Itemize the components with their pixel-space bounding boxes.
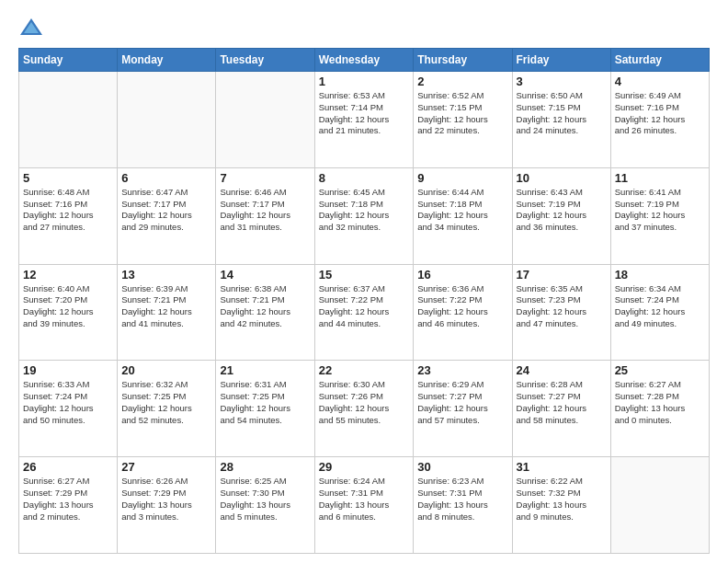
day-info: Sunrise: 6:23 AM Sunset: 7:31 PM Dayligh… [417, 476, 507, 523]
day-info: Sunrise: 6:39 AM Sunset: 7:21 PM Dayligh… [121, 283, 211, 330]
calendar-cell: 9Sunrise: 6:44 AM Sunset: 7:18 PM Daylig… [414, 167, 512, 264]
calendar-cell [19, 72, 118, 168]
day-number: 15 [319, 268, 410, 282]
day-number: 22 [319, 363, 410, 377]
day-info: Sunrise: 6:35 AM Sunset: 7:23 PM Dayligh… [517, 283, 607, 330]
calendar-cell: 23Sunrise: 6:29 AM Sunset: 7:27 PM Dayli… [414, 361, 512, 457]
calendar-cell: 25Sunrise: 6:27 AM Sunset: 7:28 PM Dayli… [610, 361, 709, 457]
calendar-cell: 10Sunrise: 6:43 AM Sunset: 7:19 PM Dayli… [512, 167, 610, 264]
day-number: 26 [23, 460, 113, 474]
calendar-cell: 13Sunrise: 6:39 AM Sunset: 7:21 PM Dayli… [118, 264, 216, 361]
day-number: 1 [319, 75, 410, 88]
col-header-saturday: Saturday [610, 49, 709, 72]
day-number: 27 [121, 460, 211, 474]
day-info: Sunrise: 6:38 AM Sunset: 7:21 PM Dayligh… [220, 283, 310, 330]
day-number: 17 [517, 268, 607, 282]
week-row-2: 12Sunrise: 6:40 AM Sunset: 7:20 PM Dayli… [19, 264, 710, 361]
day-number: 3 [517, 75, 607, 88]
week-row-3: 19Sunrise: 6:33 AM Sunset: 7:24 PM Dayli… [19, 361, 710, 457]
calendar-cell: 30Sunrise: 6:23 AM Sunset: 7:31 PM Dayli… [414, 457, 512, 554]
day-info: Sunrise: 6:33 AM Sunset: 7:24 PM Dayligh… [23, 379, 113, 426]
day-info: Sunrise: 6:30 AM Sunset: 7:26 PM Dayligh… [319, 379, 410, 426]
calendar-cell [216, 72, 314, 168]
day-number: 8 [319, 171, 410, 185]
day-number: 12 [23, 268, 113, 282]
calendar-cell: 19Sunrise: 6:33 AM Sunset: 7:24 PM Dayli… [19, 361, 118, 457]
day-info: Sunrise: 6:28 AM Sunset: 7:27 PM Dayligh… [517, 379, 607, 426]
calendar-cell: 8Sunrise: 6:45 AM Sunset: 7:18 PM Daylig… [314, 167, 414, 264]
day-info: Sunrise: 6:47 AM Sunset: 7:17 PM Dayligh… [121, 187, 211, 234]
calendar-cell: 12Sunrise: 6:40 AM Sunset: 7:20 PM Dayli… [19, 264, 118, 361]
day-info: Sunrise: 6:27 AM Sunset: 7:29 PM Dayligh… [23, 476, 113, 523]
calendar-cell: 5Sunrise: 6:48 AM Sunset: 7:16 PM Daylig… [19, 167, 118, 264]
day-number: 7 [220, 171, 310, 185]
calendar-cell: 24Sunrise: 6:28 AM Sunset: 7:27 PM Dayli… [512, 361, 610, 457]
day-info: Sunrise: 6:27 AM Sunset: 7:28 PM Dayligh… [615, 379, 705, 426]
col-header-sunday: Sunday [19, 49, 118, 72]
calendar-header-row: SundayMondayTuesdayWednesdayThursdayFrid… [19, 49, 710, 72]
calendar-cell: 16Sunrise: 6:36 AM Sunset: 7:22 PM Dayli… [414, 264, 512, 361]
day-number: 31 [517, 460, 607, 474]
day-info: Sunrise: 6:24 AM Sunset: 7:31 PM Dayligh… [319, 476, 410, 523]
day-info: Sunrise: 6:25 AM Sunset: 7:30 PM Dayligh… [220, 476, 310, 523]
day-number: 28 [220, 460, 310, 474]
day-number: 4 [615, 75, 705, 88]
calendar: SundayMondayTuesdayWednesdayThursdayFrid… [18, 48, 710, 554]
day-number: 16 [417, 268, 507, 282]
calendar-cell: 3Sunrise: 6:50 AM Sunset: 7:15 PM Daylig… [512, 72, 610, 168]
day-number: 23 [417, 363, 507, 377]
day-info: Sunrise: 6:31 AM Sunset: 7:25 PM Dayligh… [220, 379, 310, 426]
day-info: Sunrise: 6:22 AM Sunset: 7:32 PM Dayligh… [517, 476, 607, 523]
day-info: Sunrise: 6:52 AM Sunset: 7:15 PM Dayligh… [417, 90, 507, 137]
week-row-1: 5Sunrise: 6:48 AM Sunset: 7:16 PM Daylig… [19, 167, 710, 264]
day-number: 19 [23, 363, 113, 377]
calendar-cell: 15Sunrise: 6:37 AM Sunset: 7:22 PM Dayli… [314, 264, 414, 361]
day-number: 10 [517, 171, 607, 185]
day-number: 29 [319, 460, 410, 474]
col-header-monday: Monday [118, 49, 216, 72]
day-info: Sunrise: 6:29 AM Sunset: 7:27 PM Dayligh… [417, 379, 507, 426]
day-info: Sunrise: 6:34 AM Sunset: 7:24 PM Dayligh… [615, 283, 705, 330]
day-info: Sunrise: 6:32 AM Sunset: 7:25 PM Dayligh… [121, 379, 211, 426]
calendar-cell: 29Sunrise: 6:24 AM Sunset: 7:31 PM Dayli… [314, 457, 414, 554]
day-number: 30 [417, 460, 507, 474]
day-info: Sunrise: 6:45 AM Sunset: 7:18 PM Dayligh… [319, 187, 410, 234]
day-info: Sunrise: 6:43 AM Sunset: 7:19 PM Dayligh… [517, 187, 607, 234]
calendar-cell: 31Sunrise: 6:22 AM Sunset: 7:32 PM Dayli… [512, 457, 610, 554]
col-header-friday: Friday [512, 49, 610, 72]
day-info: Sunrise: 6:41 AM Sunset: 7:19 PM Dayligh… [615, 187, 705, 234]
day-info: Sunrise: 6:53 AM Sunset: 7:14 PM Dayligh… [319, 90, 410, 137]
day-number: 18 [615, 268, 705, 282]
day-number: 6 [121, 171, 211, 185]
calendar-cell: 2Sunrise: 6:52 AM Sunset: 7:15 PM Daylig… [414, 72, 512, 168]
day-info: Sunrise: 6:49 AM Sunset: 7:16 PM Dayligh… [615, 90, 705, 137]
calendar-cell: 22Sunrise: 6:30 AM Sunset: 7:26 PM Dayli… [314, 361, 414, 457]
day-info: Sunrise: 6:37 AM Sunset: 7:22 PM Dayligh… [319, 283, 410, 330]
calendar-cell [118, 72, 216, 168]
calendar-cell: 6Sunrise: 6:47 AM Sunset: 7:17 PM Daylig… [118, 167, 216, 264]
day-number: 25 [615, 363, 705, 377]
logo-icon [18, 15, 44, 40]
day-info: Sunrise: 6:36 AM Sunset: 7:22 PM Dayligh… [417, 283, 507, 330]
day-info: Sunrise: 6:46 AM Sunset: 7:17 PM Dayligh… [220, 187, 310, 234]
page: SundayMondayTuesdayWednesdayThursdayFrid… [0, 0, 728, 563]
day-number: 5 [23, 171, 113, 185]
calendar-cell: 1Sunrise: 6:53 AM Sunset: 7:14 PM Daylig… [314, 72, 414, 168]
week-row-0: 1Sunrise: 6:53 AM Sunset: 7:14 PM Daylig… [19, 72, 710, 168]
calendar-cell: 21Sunrise: 6:31 AM Sunset: 7:25 PM Dayli… [216, 361, 314, 457]
day-info: Sunrise: 6:44 AM Sunset: 7:18 PM Dayligh… [417, 187, 507, 234]
day-number: 20 [121, 363, 211, 377]
header [18, 15, 710, 40]
calendar-cell: 20Sunrise: 6:32 AM Sunset: 7:25 PM Dayli… [118, 361, 216, 457]
day-number: 2 [417, 75, 507, 88]
calendar-cell: 4Sunrise: 6:49 AM Sunset: 7:16 PM Daylig… [610, 72, 709, 168]
day-info: Sunrise: 6:26 AM Sunset: 7:29 PM Dayligh… [121, 476, 211, 523]
day-info: Sunrise: 6:40 AM Sunset: 7:20 PM Dayligh… [23, 283, 113, 330]
logo [18, 15, 48, 40]
calendar-cell: 27Sunrise: 6:26 AM Sunset: 7:29 PM Dayli… [118, 457, 216, 554]
calendar-cell: 18Sunrise: 6:34 AM Sunset: 7:24 PM Dayli… [610, 264, 709, 361]
calendar-cell: 26Sunrise: 6:27 AM Sunset: 7:29 PM Dayli… [19, 457, 118, 554]
day-number: 14 [220, 268, 310, 282]
day-info: Sunrise: 6:50 AM Sunset: 7:15 PM Dayligh… [517, 90, 607, 137]
day-number: 9 [417, 171, 507, 185]
